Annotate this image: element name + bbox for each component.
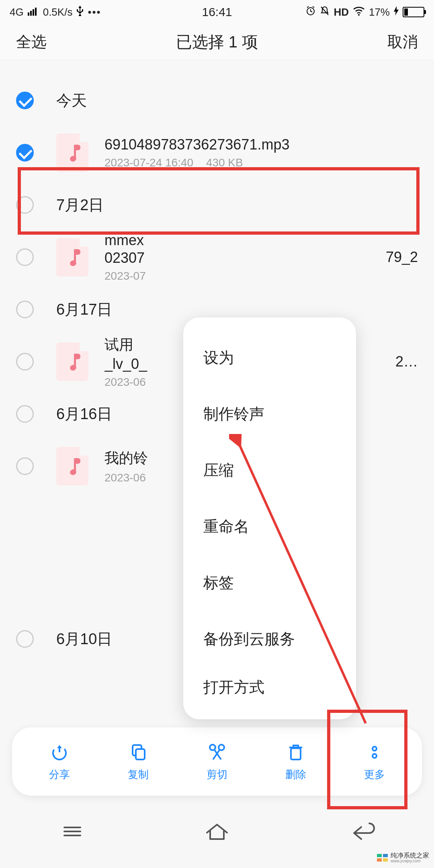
file-date: 2023-07-24 16:40 <box>104 156 193 169</box>
cut-icon <box>207 742 227 763</box>
signal-icon <box>28 6 39 18</box>
file-date: 2023-06 <box>104 376 146 388</box>
group-label: 6月17日 <box>56 299 112 320</box>
alarm-icon <box>305 6 316 19</box>
wifi-icon <box>353 6 365 18</box>
watermark-title: 纯净系统之家 <box>391 852 429 859</box>
file-name: mmex <box>104 232 144 248</box>
nav-home-button[interactable] <box>199 819 235 843</box>
file-checkbox[interactable] <box>16 457 34 475</box>
music-file-icon <box>56 238 88 276</box>
file-row[interactable]: 6910489783736273671.mp3 2023-07-24 16:40… <box>0 125 434 181</box>
file-date: 2023-07 <box>104 270 146 282</box>
selection-title: 已选择 1 项 <box>176 31 258 53</box>
group-header[interactable]: 7月2日 <box>0 181 434 229</box>
cut-label: 剪切 <box>207 768 227 782</box>
group-checkbox[interactable] <box>16 301 34 318</box>
menu-rename[interactable]: 重命名 <box>183 498 356 555</box>
share-button[interactable]: 分享 <box>49 742 70 782</box>
watermark-logo-icon <box>377 854 388 862</box>
group-checkbox[interactable] <box>16 405 34 423</box>
svg-point-14 <box>373 754 377 758</box>
system-nav-bar <box>0 813 434 850</box>
more-menu-popup: 设为 制作铃声 压缩 重命名 标签 备份到云服务 打开方式 <box>183 317 356 719</box>
music-file-icon <box>56 342 88 381</box>
svg-rect-12 <box>291 748 301 760</box>
menu-backup-cloud[interactable]: 备份到云服务 <box>183 611 356 667</box>
network-speed: 0.5K/s <box>43 6 73 18</box>
network-type: 4G <box>10 6 24 18</box>
watermark: 纯净系统之家 www.ycwjxy.com <box>377 852 429 863</box>
group-label: 今天 <box>56 90 87 111</box>
file-checkbox[interactable] <box>16 353 34 371</box>
svg-rect-1 <box>30 11 32 16</box>
menu-make-ringtone[interactable]: 制作铃声 <box>183 386 356 442</box>
group-label: 7月2日 <box>56 195 104 215</box>
status-bar: 4G 0.5K/s ••• 16:41 HD 17% <box>0 0 434 24</box>
menu-compress[interactable]: 压缩 <box>183 442 356 498</box>
charge-icon <box>394 6 399 18</box>
cancel-button[interactable]: 取消 <box>387 32 418 52</box>
group-label: 6月16日 <box>56 404 112 424</box>
file-name-trail: 2… <box>395 353 418 370</box>
share-label: 分享 <box>49 768 70 782</box>
watermark-url: www.ycwjxy.com <box>391 859 429 863</box>
more-dots-icon: ••• <box>88 6 101 18</box>
copy-icon <box>128 742 149 763</box>
music-file-icon <box>56 447 88 485</box>
nav-recent-button[interactable] <box>54 819 90 843</box>
nav-back-button[interactable] <box>344 819 380 843</box>
svg-rect-2 <box>33 9 34 16</box>
group-header-today[interactable]: 今天 <box>0 76 434 125</box>
select-all-button[interactable]: 全选 <box>16 32 47 52</box>
file-name: 6910489783736273671.mp3 <box>104 136 418 153</box>
group-checkbox[interactable] <box>16 630 34 648</box>
svg-rect-22 <box>383 858 388 862</box>
trash-icon <box>285 742 306 763</box>
svg-rect-3 <box>35 8 37 16</box>
copy-button[interactable]: 复制 <box>128 742 149 782</box>
file-name-line2: 02307 <box>104 250 145 266</box>
file-date: 2023-06 <box>104 471 146 484</box>
file-name-trail: 79_2 <box>386 249 418 266</box>
selection-header: 全选 已选择 1 项 取消 <box>0 24 434 60</box>
cut-button[interactable]: 剪切 <box>207 742 227 782</box>
file-checkbox[interactable] <box>16 248 34 266</box>
more-button[interactable]: 更多 <box>364 742 385 782</box>
svg-rect-21 <box>377 858 382 862</box>
group-checkbox[interactable] <box>16 196 34 214</box>
menu-set-as[interactable]: 设为 <box>183 330 356 386</box>
share-icon <box>49 742 70 763</box>
delete-button[interactable]: 删除 <box>285 742 306 782</box>
mute-icon <box>320 6 330 19</box>
file-checkbox[interactable] <box>16 144 34 162</box>
more-label: 更多 <box>364 768 385 782</box>
music-file-icon <box>56 133 88 172</box>
status-time: 16:41 <box>202 5 232 19</box>
file-name-line2: _lv_0_ <box>104 356 147 372</box>
delete-label: 删除 <box>285 768 306 782</box>
usb-icon <box>76 6 84 19</box>
battery-percent: 17% <box>369 6 390 18</box>
file-name: 试用 <box>104 336 133 353</box>
action-toolbar: 分享 复制 剪切 删除 更多 <box>12 727 422 796</box>
file-row[interactable]: mmex 02307 2023-07 79_2 <box>0 229 434 285</box>
svg-rect-9 <box>136 749 145 760</box>
svg-point-6 <box>358 14 360 16</box>
battery-icon <box>403 7 424 17</box>
svg-rect-0 <box>28 12 29 16</box>
copy-label: 复制 <box>128 768 149 782</box>
svg-rect-19 <box>377 854 382 857</box>
menu-tag[interactable]: 标签 <box>183 555 356 611</box>
hd-indicator: HD <box>334 6 349 18</box>
group-label: 6月10日 <box>56 629 112 649</box>
group-checkbox[interactable] <box>16 92 34 109</box>
svg-point-13 <box>373 747 377 751</box>
menu-open-with[interactable]: 打开方式 <box>183 667 356 707</box>
more-icon <box>364 742 385 763</box>
file-size: 430 KB <box>206 156 243 169</box>
svg-rect-20 <box>383 854 388 857</box>
